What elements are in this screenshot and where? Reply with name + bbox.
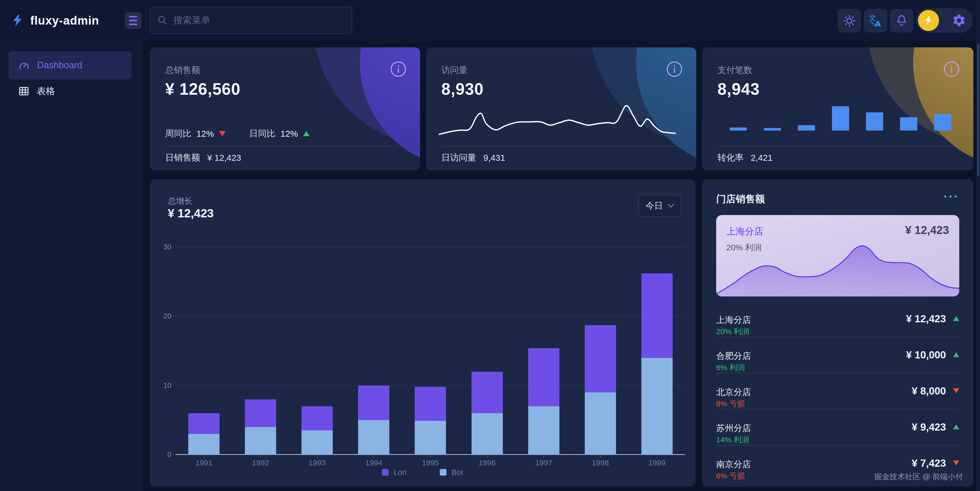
x-axis-tick bbox=[487, 454, 487, 458]
notifications-button[interactable] bbox=[890, 9, 913, 32]
bar-group[interactable] bbox=[345, 247, 402, 454]
scrollbar-thumb[interactable] bbox=[977, 43, 980, 176]
bar-segment-lon bbox=[528, 348, 559, 406]
theme-toggle-button[interactable] bbox=[838, 9, 861, 32]
mini-bar bbox=[764, 128, 781, 130]
stat-card-payments: 支付笔数 8,943 转化率 2,421 bbox=[702, 48, 973, 170]
store-value: ¥ 7,423 bbox=[912, 458, 946, 469]
y-axis-label: 0 bbox=[156, 451, 171, 459]
translate-icon: 文 A bbox=[868, 14, 883, 28]
bar-segment-lon bbox=[641, 273, 673, 358]
x-axis-tick bbox=[261, 454, 261, 458]
visits-sparkline-chart bbox=[439, 102, 676, 140]
date-range-dropdown[interactable]: 今日 bbox=[638, 195, 681, 217]
stat-value: ¥ 126,560 bbox=[165, 79, 240, 99]
triangle-up-icon bbox=[953, 316, 959, 321]
scrollbar-track[interactable] bbox=[977, 0, 980, 491]
triangle-down-icon bbox=[219, 131, 226, 136]
menu-search bbox=[150, 7, 352, 34]
highlight-store-note: 20% 利润 bbox=[726, 242, 762, 253]
stat-footer: 日销售额 ¥ 12,423 bbox=[165, 152, 241, 164]
legend-label: Bor bbox=[452, 468, 464, 477]
chart-legend: LonBor bbox=[150, 468, 695, 477]
x-axis-label: 1997 bbox=[515, 459, 572, 467]
bar-segment-bor bbox=[585, 392, 616, 454]
x-axis-label: 1993 bbox=[289, 459, 345, 467]
gauge-icon bbox=[18, 59, 30, 71]
bell-icon bbox=[895, 14, 908, 27]
y-axis-label: 20 bbox=[156, 312, 171, 320]
bar-group[interactable] bbox=[289, 247, 345, 454]
bar-segment-bor bbox=[358, 420, 389, 454]
legend-swatch bbox=[382, 469, 388, 476]
bar-segment-lon bbox=[245, 399, 276, 427]
trend-day: 日同比 12% bbox=[249, 128, 310, 140]
store-name: 南京分店 bbox=[716, 459, 751, 470]
y-axis-label: 10 bbox=[156, 381, 171, 389]
bar-group[interactable] bbox=[459, 247, 515, 454]
info-icon[interactable] bbox=[390, 61, 407, 78]
store-value: ¥ 9,423 bbox=[912, 421, 946, 433]
hamburger-icon bbox=[129, 16, 137, 17]
sidebar-item-label: 表格 bbox=[37, 85, 55, 97]
store-name: 苏州分店 bbox=[716, 423, 751, 434]
bar-segment-lon bbox=[301, 406, 333, 431]
highlight-store-value: ¥ 12,423 bbox=[905, 224, 949, 237]
divider bbox=[716, 337, 959, 337]
avatar[interactable] bbox=[918, 10, 939, 31]
legend-swatch bbox=[440, 469, 447, 476]
stat-label: 访问量 bbox=[441, 64, 468, 76]
triangle-up-icon bbox=[953, 424, 959, 429]
triangle-up-icon bbox=[953, 352, 959, 357]
sidebar-item-dashboard[interactable]: Dashboard bbox=[8, 51, 131, 79]
brand-name: fluxy-admin bbox=[30, 14, 99, 27]
x-axis-tick bbox=[317, 454, 318, 458]
menu-toggle-button[interactable] bbox=[125, 12, 142, 29]
info-icon[interactable] bbox=[666, 61, 683, 78]
x-axis-tick bbox=[430, 454, 431, 458]
more-menu-icon[interactable]: ··· bbox=[943, 189, 959, 203]
triangle-down-icon bbox=[953, 461, 959, 466]
bar-group[interactable] bbox=[175, 247, 232, 454]
legend-item[interactable]: Lon bbox=[382, 468, 407, 477]
user-settings-pill bbox=[916, 8, 973, 33]
store-highlight-card[interactable]: 上海分店 ¥ 12,423 20% 利润 bbox=[716, 215, 959, 296]
language-button[interactable]: 文 A bbox=[864, 9, 887, 32]
mini-bar bbox=[832, 106, 849, 130]
bar-segment-bor bbox=[415, 421, 446, 454]
y-axis-label: 30 bbox=[156, 243, 171, 251]
bar-group[interactable] bbox=[572, 247, 628, 454]
sidebar-item-table[interactable]: 表格 bbox=[8, 79, 131, 103]
mini-bar bbox=[798, 125, 815, 130]
brand-logo[interactable]: fluxy-admin bbox=[11, 0, 99, 41]
bar-group[interactable] bbox=[402, 247, 458, 454]
search-input[interactable] bbox=[173, 14, 345, 26]
divider bbox=[716, 409, 959, 410]
sidebar: Dashboard 表格 bbox=[0, 41, 143, 491]
bar-group[interactable] bbox=[628, 247, 685, 454]
gear-icon[interactable] bbox=[952, 13, 966, 28]
store-note: 8% 亏损 bbox=[716, 399, 745, 409]
triangle-up-icon bbox=[303, 131, 310, 136]
store-value: ¥ 12,423 bbox=[906, 313, 946, 324]
bar-group[interactable] bbox=[515, 247, 572, 454]
x-axis-label: 1992 bbox=[232, 459, 289, 467]
divider bbox=[441, 146, 681, 146]
stat-card-visits: 访问量 8,930 日访问量 9,431 bbox=[426, 48, 696, 170]
bar-segment-lon bbox=[415, 387, 446, 421]
store-name: 上海分店 bbox=[716, 314, 751, 326]
legend-item[interactable]: Bor bbox=[440, 468, 464, 477]
bar-group[interactable] bbox=[232, 247, 289, 454]
mini-bar bbox=[900, 117, 917, 130]
bar-segment-bor bbox=[472, 413, 503, 454]
divider bbox=[716, 445, 959, 446]
growth-chart-card: 总增长 ¥ 12,423 今日 010203019911992199319941… bbox=[150, 179, 695, 486]
store-value: ¥ 8,000 bbox=[912, 385, 946, 397]
info-icon[interactable] bbox=[943, 61, 960, 78]
highlight-store-name: 上海分店 bbox=[726, 225, 763, 238]
x-axis-tick bbox=[600, 454, 601, 458]
bar-segment-lon bbox=[585, 325, 616, 392]
store-note: 6% 利润 bbox=[716, 362, 745, 373]
x-axis-label: 1991 bbox=[175, 459, 232, 467]
mini-bar bbox=[730, 127, 747, 130]
